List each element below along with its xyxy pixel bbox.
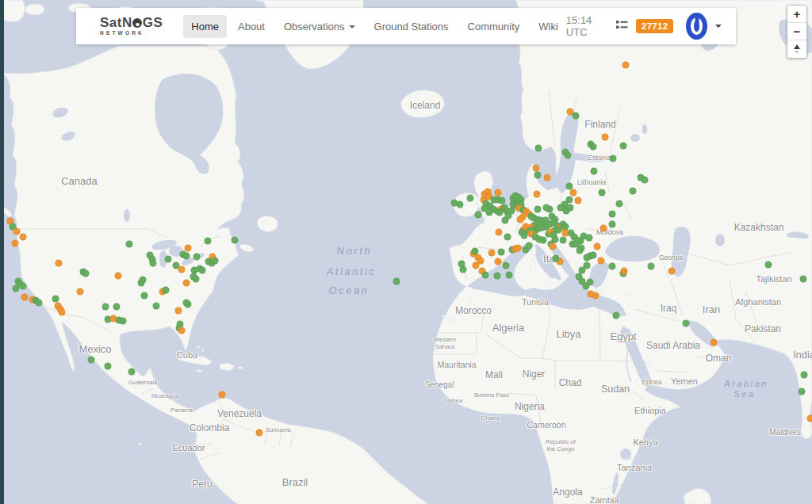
station-marker[interactable] xyxy=(488,250,496,257)
station-marker[interactable] xyxy=(105,363,112,370)
station-marker[interactable] xyxy=(683,320,690,327)
station-marker[interactable] xyxy=(499,197,506,204)
station-marker[interactable] xyxy=(620,143,627,150)
station-marker[interactable] xyxy=(212,258,219,265)
station-marker[interactable] xyxy=(609,211,616,218)
station-marker[interactable] xyxy=(185,245,192,252)
station-marker[interactable] xyxy=(533,165,540,172)
station-marker[interactable] xyxy=(570,189,577,197)
station-marker[interactable] xyxy=(59,309,66,316)
station-marker[interactable] xyxy=(502,217,509,224)
station-marker[interactable] xyxy=(609,263,616,270)
station-marker[interactable] xyxy=(393,278,400,285)
station-marker[interactable] xyxy=(799,388,806,395)
station-marker[interactable] xyxy=(602,134,609,141)
station-marker[interactable] xyxy=(495,189,502,197)
station-marker[interactable] xyxy=(642,177,649,184)
station-marker[interactable] xyxy=(621,268,628,275)
station-marker[interactable] xyxy=(473,262,480,269)
station-marker[interactable] xyxy=(178,327,186,334)
station-marker[interactable] xyxy=(519,229,526,236)
station-marker[interactable] xyxy=(153,303,160,310)
station-marker[interactable] xyxy=(609,221,616,228)
station-marker[interactable] xyxy=(550,243,557,250)
station-marker[interactable] xyxy=(183,280,190,287)
station-marker[interactable] xyxy=(801,372,808,379)
station-marker[interactable] xyxy=(494,273,501,280)
station-marker[interactable] xyxy=(88,357,95,364)
nav-item-home[interactable]: Home xyxy=(183,15,227,38)
station-marker[interactable] xyxy=(163,287,170,294)
station-marker[interactable] xyxy=(77,288,84,296)
nav-item-about[interactable]: About xyxy=(230,15,273,38)
station-marker[interactable] xyxy=(590,143,597,151)
station-marker[interactable] xyxy=(457,201,464,208)
station-marker[interactable] xyxy=(504,234,511,241)
station-marker[interactable] xyxy=(496,209,504,216)
zoom-in-button[interactable]: + xyxy=(787,6,806,23)
station-marker[interactable] xyxy=(594,243,601,250)
station-marker[interactable] xyxy=(256,430,263,437)
station-marker[interactable] xyxy=(185,301,192,308)
station-marker[interactable] xyxy=(481,205,488,212)
station-marker[interactable] xyxy=(150,260,157,267)
station-marker[interactable] xyxy=(807,415,812,422)
station-marker[interactable] xyxy=(515,245,522,252)
station-marker[interactable] xyxy=(800,276,807,283)
station-marker[interactable] xyxy=(668,268,676,275)
station-marker[interactable] xyxy=(460,266,467,273)
station-marker[interactable] xyxy=(20,234,27,241)
station-marker[interactable] xyxy=(590,252,597,259)
station-marker[interactable] xyxy=(21,294,29,301)
zoom-out-button[interactable]: − xyxy=(787,23,806,40)
station-marker[interactable] xyxy=(600,225,607,232)
station-marker[interactable] xyxy=(517,216,524,223)
station-marker[interactable] xyxy=(710,339,718,346)
station-marker[interactable] xyxy=(598,258,605,265)
station-marker[interactable] xyxy=(126,241,133,248)
user-menu-caret-icon[interactable] xyxy=(715,25,722,28)
station-marker[interactable] xyxy=(193,254,201,261)
station-marker[interactable] xyxy=(496,229,503,236)
station-marker[interactable] xyxy=(120,318,127,325)
station-marker[interactable] xyxy=(560,237,567,244)
station-marker[interactable] xyxy=(565,152,572,159)
nav-item-ground-stations[interactable]: Ground Stations xyxy=(366,15,457,38)
station-marker[interactable] xyxy=(165,256,172,263)
station-marker[interactable] xyxy=(205,238,212,245)
map-extra-control-button[interactable] xyxy=(787,40,806,58)
station-marker[interactable] xyxy=(543,204,550,212)
station-marker[interactable] xyxy=(219,391,226,399)
station-marker[interactable] xyxy=(534,191,541,198)
station-marker[interactable] xyxy=(20,283,27,290)
station-marker[interactable] xyxy=(553,255,560,262)
station-marker[interactable] xyxy=(498,249,505,256)
nav-item-observations[interactable]: Observations xyxy=(276,15,363,38)
station-marker[interactable] xyxy=(575,197,582,204)
station-marker[interactable] xyxy=(503,262,510,269)
station-marker[interactable] xyxy=(495,258,502,265)
station-marker[interactable] xyxy=(467,195,474,202)
station-marker[interactable] xyxy=(141,292,148,300)
station-marker[interactable] xyxy=(622,62,630,69)
nav-item-community[interactable]: Community xyxy=(460,15,528,38)
user-menu-button[interactable] xyxy=(686,13,707,40)
station-marker[interactable] xyxy=(183,253,190,260)
station-marker[interactable] xyxy=(506,272,513,279)
station-marker[interactable] xyxy=(535,145,542,152)
station-marker[interactable] xyxy=(648,263,655,270)
station-marker[interactable] xyxy=(583,283,590,290)
station-marker[interactable] xyxy=(765,262,772,269)
station-marker[interactable] xyxy=(576,247,584,254)
satnogs-logo[interactable]: SatNGS NETWORK xyxy=(100,16,163,36)
station-marker[interactable] xyxy=(630,188,637,195)
station-marker[interactable] xyxy=(82,270,90,277)
station-marker[interactable] xyxy=(12,240,19,247)
station-marker[interactable] xyxy=(586,235,593,242)
station-marker[interactable] xyxy=(573,113,580,120)
station-marker[interactable] xyxy=(610,155,617,162)
station-marker[interactable] xyxy=(128,368,136,376)
station-marker[interactable] xyxy=(567,204,574,212)
station-marker[interactable] xyxy=(534,172,542,179)
station-marker[interactable] xyxy=(540,237,547,244)
